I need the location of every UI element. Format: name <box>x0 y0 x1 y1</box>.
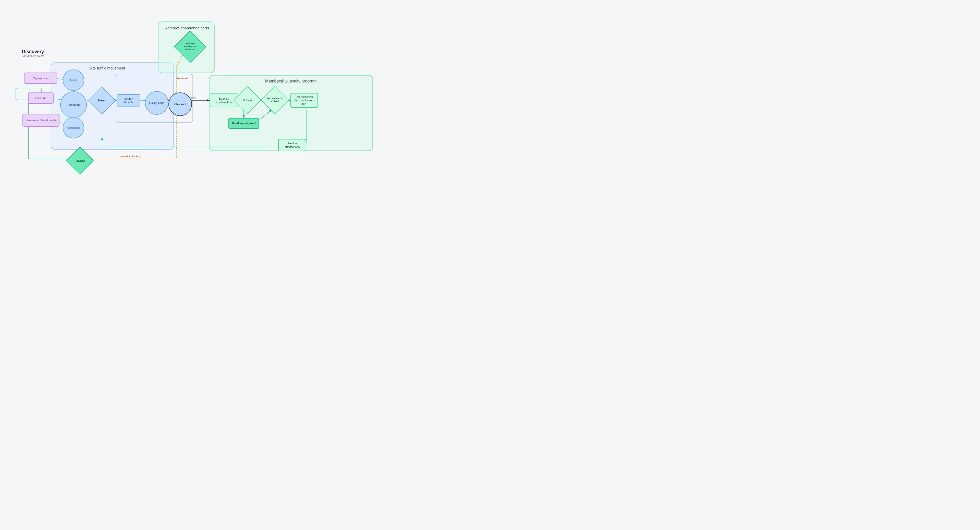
discount-node[interactable]: User receivesdiscount for nexttrip <box>290 93 318 108</box>
organic-visit-label: Organic visit <box>33 77 48 80</box>
retarget-cart-label: Retarget abandoned carts <box>165 26 209 30</box>
build-social-proof-node[interactable]: Build social proof <box>228 118 259 129</box>
search-results-node[interactable]: SearchResults <box>117 94 140 107</box>
discovery-title: Discovery <box>22 49 44 54</box>
search-node[interactable]: Search <box>92 90 112 110</box>
listing-page-label: Listing page <box>149 101 164 105</box>
retarget-cart-node[interactable]: RetargetFinish yourcheckout <box>179 35 202 58</box>
booking-confirmation-label: Bookingconfirmation <box>216 97 232 104</box>
recommend-node[interactable]: Recommend toa friend <box>265 90 285 110</box>
retarget-bottom-node[interactable]: Retarget <box>70 151 90 171</box>
paid-ads-label: Paid ads <box>35 96 46 100</box>
provide-suggestions-node[interactable]: Providesuggestions <box>278 139 306 151</box>
discount-label: User receivesdiscount for nexttrip <box>294 95 315 106</box>
svg-text:Left without booking: Left without booking <box>120 155 140 158</box>
homepage-label: Homepage <box>67 103 80 107</box>
listing-page-node[interactable]: Listing page <box>145 91 169 115</box>
discovery-subtitle: Top 3 entry points <box>22 54 44 57</box>
build-social-proof-label: Build social proof <box>232 121 256 125</box>
collection-node[interactable]: Collection <box>63 117 84 139</box>
organic-visit-node[interactable]: Organic visit <box>24 73 57 84</box>
article-node[interactable]: Article <box>63 69 84 91</box>
checkout-node[interactable]: Checkout <box>169 93 192 116</box>
review-node[interactable]: Review <box>237 90 257 110</box>
site-traffic-label: Site traffic movement <box>89 66 125 70</box>
checkout-label: Checkout <box>174 102 186 106</box>
svg-text:Abandoned: Abandoned <box>176 77 188 80</box>
article-label: Article <box>70 78 78 82</box>
provide-suggestions-label: Providesuggestions <box>285 142 300 149</box>
retarget-cart-label: RetargetFinish yourcheckout <box>184 42 197 51</box>
newsletter-node[interactable]: Newsletter, Social media <box>22 114 59 127</box>
newsletter-label: Newsletter, Social media <box>25 118 56 122</box>
review-label: Review <box>243 99 251 102</box>
recommend-label: Recommend toa friend <box>266 97 283 103</box>
homepage-node[interactable]: Homepage <box>60 91 87 118</box>
collection-label: Collection <box>67 126 80 129</box>
paid-ads-node[interactable]: Paid ads <box>28 93 54 104</box>
discovery-section: Discovery Top 3 entry points <box>22 49 44 57</box>
retarget-bottom-label: Retarget <box>75 159 85 163</box>
membership-label: Membership loyalty program <box>265 79 317 83</box>
search-results-label: SearchResults <box>124 97 134 104</box>
search-label: Search <box>97 99 106 102</box>
diagram-container: Site traffic movement Retarget abandoned… <box>0 0 490 265</box>
